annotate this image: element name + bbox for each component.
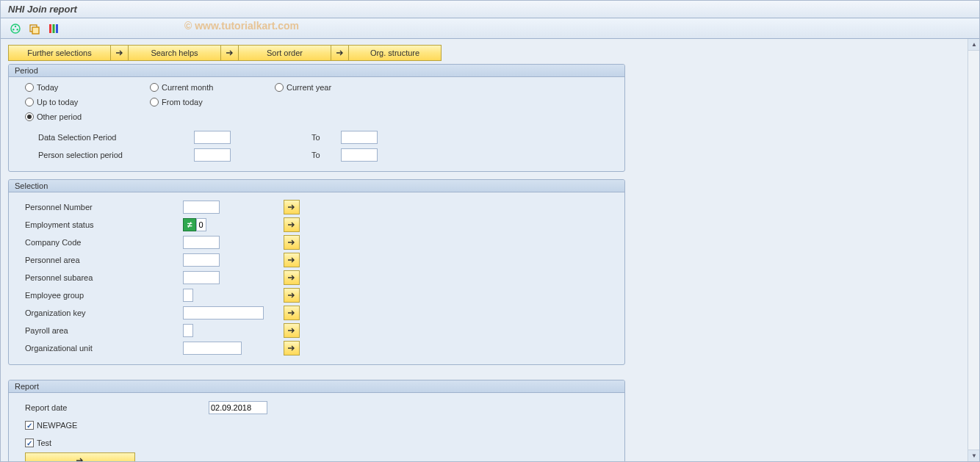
svg-rect-8	[56, 24, 58, 33]
selection-group: Selection Personnel NumberEmployment sta…	[8, 179, 625, 365]
selection-input[interactable]	[183, 306, 264, 320]
sort-order-label: Sort order	[267, 48, 303, 57]
selection-field-label: Organizational unit	[25, 344, 183, 353]
svg-rect-7	[53, 24, 55, 33]
report-date-input[interactable]	[209, 401, 267, 414]
report-group-body: Report date ✓ NEWPAGE ✓ Test	[9, 393, 624, 461]
data-selection-period-label: Data Selection Period	[25, 133, 194, 142]
radio-from-today[interactable]: From today	[150, 98, 275, 107]
multiple-selection-button[interactable]	[284, 270, 300, 285]
radio-from-today-label: From today	[162, 98, 203, 107]
radio-up-to-today[interactable]: Up to today	[25, 98, 150, 107]
sort-order-arrow[interactable]	[221, 45, 239, 61]
toolbar: © www.tutorialkart.com	[1, 18, 979, 39]
radio-current-year-label: Current year	[287, 83, 331, 92]
org-structure-button[interactable]: Org. structure	[349, 45, 442, 61]
further-selections-label: Further selections	[27, 48, 91, 57]
selection-input-wrap	[183, 342, 284, 355]
report-group-title: Report	[9, 380, 624, 393]
radio-current-year[interactable]: Current year	[275, 83, 400, 92]
selection-input-wrap	[183, 236, 284, 249]
test-label: Test	[37, 438, 51, 447]
selection-button-row: Further selections Search helps Sort ord…	[8, 45, 972, 61]
svg-point-3	[17, 29, 18, 30]
execute-icon[interactable]	[8, 21, 23, 36]
selection-input-wrap	[183, 253, 284, 267]
period-group: Period Today Current month	[8, 64, 625, 172]
selection-input[interactable]	[183, 271, 220, 284]
multiple-selection-button[interactable]	[284, 323, 300, 338]
selection-field-label: Employee group	[25, 291, 183, 300]
data-selection-to-input[interactable]	[341, 131, 378, 144]
vertical-scrollbar[interactable]: ▲ ▼	[968, 39, 979, 461]
selection-row: Organizational unit	[25, 339, 616, 357]
selection-input[interactable]	[183, 324, 193, 337]
svg-rect-6	[49, 24, 51, 33]
multiple-selection-button[interactable]	[284, 288, 300, 303]
search-helps-label: Search helps	[151, 48, 198, 57]
selection-input[interactable]	[183, 236, 220, 249]
selection-input-wrap	[183, 324, 284, 337]
period-group-body: Today Current month Current year	[9, 77, 624, 171]
columns-icon[interactable]	[46, 21, 61, 36]
person-selection-from-input[interactable]	[194, 148, 231, 162]
svg-point-1	[15, 25, 16, 26]
newpage-checkbox[interactable]: ✓ NEWPAGE	[25, 421, 77, 430]
search-helps-arrow[interactable]	[111, 45, 129, 61]
selection-input-wrap	[183, 289, 284, 302]
multiple-selection-button[interactable]	[284, 217, 300, 232]
data-selection-from-input[interactable]	[194, 131, 231, 144]
further-selections-button[interactable]: Further selections	[8, 45, 111, 61]
multiple-selection-button[interactable]	[284, 235, 300, 250]
selection-group-body: Personnel NumberEmployment status≠Compan…	[9, 192, 624, 364]
svg-point-2	[12, 29, 14, 30]
newpage-label: NEWPAGE	[37, 421, 77, 430]
selection-field-label: Employment status	[25, 220, 183, 229]
title-bar: NHI Join report	[1, 1, 979, 18]
selection-field-label: Company Code	[25, 238, 183, 247]
multiple-selection-button[interactable]	[284, 200, 300, 214]
multiple-selection-button[interactable]	[284, 306, 300, 320]
scroll-down-icon[interactable]: ▼	[968, 450, 979, 461]
selection-input[interactable]	[183, 253, 220, 267]
selection-row: Personnel area	[25, 251, 616, 269]
selection-input-wrap	[183, 306, 284, 320]
not-equal-icon[interactable]: ≠	[183, 218, 196, 231]
selection-row: Employment status≠	[25, 216, 616, 234]
scroll-up-icon[interactable]: ▲	[968, 39, 979, 51]
svg-rect-5	[32, 27, 39, 34]
svg-point-0	[11, 24, 20, 33]
selection-group-title: Selection	[9, 180, 624, 192]
person-selection-to-input[interactable]	[341, 148, 378, 162]
selection-field-label: Personnel area	[25, 256, 183, 264]
report-action-button[interactable]	[25, 452, 135, 461]
app-window: NHI Join report © www.tutorialkart.com F…	[0, 0, 980, 462]
selection-row: Personnel Number	[25, 198, 616, 216]
test-checkbox[interactable]: ✓ Test	[25, 438, 51, 447]
selection-input[interactable]	[183, 289, 193, 302]
person-selection-to-label: To	[311, 151, 341, 159]
period-group-title: Period	[9, 65, 624, 77]
person-selection-period-label: Person selection period	[25, 151, 194, 159]
selection-input[interactable]	[196, 218, 206, 231]
radio-current-month[interactable]: Current month	[150, 83, 275, 92]
selection-input-wrap	[183, 201, 284, 214]
multiple-selection-button[interactable]	[284, 341, 300, 355]
selection-input[interactable]	[183, 201, 220, 214]
multiple-selection-button[interactable]	[284, 253, 300, 267]
radio-other-period-label: Other period	[37, 112, 82, 121]
org-structure-arrow[interactable]	[331, 45, 349, 61]
selection-row: Company Code	[25, 234, 616, 251]
selection-field-label: Personnel subarea	[25, 273, 183, 282]
sort-order-button[interactable]: Sort order	[239, 45, 331, 61]
variant-icon[interactable]	[27, 21, 42, 36]
radio-today[interactable]: Today	[25, 83, 150, 92]
selection-row: Payroll area	[25, 322, 616, 339]
selection-input[interactable]	[183, 342, 242, 355]
search-helps-button[interactable]: Search helps	[129, 45, 221, 61]
selection-field-label: Personnel Number	[25, 203, 183, 212]
selection-input-wrap	[183, 271, 284, 284]
radio-today-label: Today	[37, 83, 58, 92]
radio-other-period[interactable]: Other period	[25, 112, 150, 121]
selection-row: Personnel subarea	[25, 269, 616, 286]
